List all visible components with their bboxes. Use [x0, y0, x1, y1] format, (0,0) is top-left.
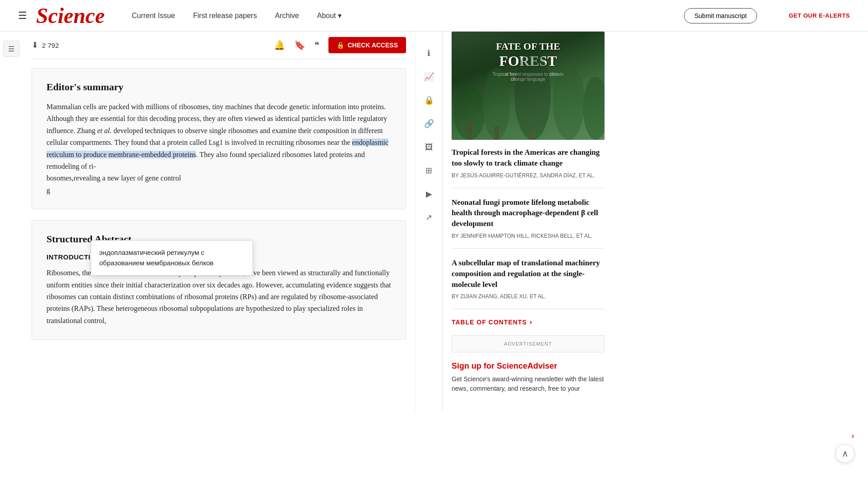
left-sidebar: ☰ — [0, 32, 23, 411]
tooltip-line2: образованием мембрановых белков — [99, 258, 245, 268]
lock-icon: 🔒 — [337, 42, 344, 49]
alerts-link[interactable]: GET OUR E-ALERTS — [789, 12, 850, 19]
introduction-text: Ribosomes, the universal molecular machi… — [46, 267, 391, 327]
article-content: ⬇ 2 792 🔔 🔖 ❝ 🔒 CHECK ACCESS Editor's su… — [23, 32, 415, 411]
article-link-2[interactable]: Neonatal fungi promote lifelong metaboli… — [452, 197, 605, 249]
info-icon[interactable]: ℹ — [421, 45, 437, 61]
article-toolbar: ⬇ 2 792 🔔 🔖 ❝ 🔒 CHECK ACCESS — [32, 32, 406, 59]
svg-point-3 — [553, 63, 585, 140]
image-icon[interactable]: 🖼 — [421, 139, 437, 155]
svg-rect-6 — [494, 126, 499, 140]
svg-rect-7 — [531, 129, 535, 140]
share-icon[interactable]: ↗ — [421, 209, 437, 226]
nav-current-issue[interactable]: Current Issue — [132, 12, 175, 20]
toc-sidebar-icon[interactable]: ☰ — [3, 41, 19, 57]
forest-image[interactable]: FATE OF THE FOREST Tropical forest respo… — [452, 32, 605, 140]
download-icon[interactable]: ⬇ — [32, 40, 38, 50]
article-title-3: A subcellular map of translational machi… — [452, 258, 605, 290]
article-title-2: Neonatal fungi promote lifelong metaboli… — [452, 197, 605, 229]
editors-summary-title: Editor's summary — [46, 81, 391, 93]
hamburger-menu[interactable]: ☰ — [18, 10, 27, 22]
far-right-panel: FATE OF THE FOREST Tropical forest respo… — [442, 32, 614, 411]
editors-summary-text: Mammalian cells are packed with millions… — [46, 101, 391, 196]
lock-sidebar-icon[interactable]: 🔒 — [421, 92, 437, 108]
nav-first-release[interactable]: First release papers — [193, 12, 257, 20]
chevron-right-icon: › — [530, 318, 532, 326]
play-icon[interactable]: ▶ — [421, 186, 437, 202]
nav-archive[interactable]: Archive — [275, 12, 299, 20]
scroll-to-top-button[interactable]: ∧ — [836, 444, 854, 463]
scienceadviser-section: Sign up for ScienceAdviser Get Science's… — [452, 361, 605, 393]
site-logo[interactable]: Science — [36, 3, 105, 28]
structured-abstract-section: Structured Abstract INTRODUCTION Ribosom… — [32, 220, 406, 340]
main-nav: Current Issue First release papers Archi… — [132, 8, 850, 23]
advertisement-label: ADVERTISEMENT — [452, 335, 605, 352]
translation-tooltip: эндоплазматический ретикулум с образован… — [91, 240, 253, 276]
table-of-contents-link[interactable]: TABLE OF CONTENTS › — [452, 318, 605, 326]
editors-summary-section: Editor's summary Mammalian cells are pac… — [32, 68, 406, 209]
article-sidebar: ℹ 📈 🔒 🔗 🖼 ⊞ ▶ ↗ — [415, 32, 442, 411]
submit-manuscript-button[interactable]: Submit manuscript — [684, 8, 757, 23]
svg-rect-5 — [467, 122, 472, 140]
toolbar-icons: 🔔 🔖 ❝ — [274, 40, 319, 51]
table-icon[interactable]: ⊞ — [421, 162, 437, 179]
scienceadviser-title[interactable]: Sign up for ScienceAdviser — [452, 361, 605, 371]
tooltip-line1: эндоплазматический ретикулум с — [99, 248, 245, 258]
article-authors-2: BY JENNIFER HAMPTON HILL, RICKESHA BELL,… — [452, 233, 605, 239]
notification-icon[interactable]: 🔔 — [274, 40, 285, 51]
scroll-indicator[interactable]: › — [851, 430, 854, 441]
chevron-up-icon: ∧ — [842, 448, 849, 459]
list-icon: ☰ — [8, 45, 14, 53]
article-link-1[interactable]: Tropical forests in the Americas are cha… — [452, 147, 605, 188]
scienceadviser-text: Get Science's award-winning newsletter w… — [452, 374, 605, 393]
svg-point-4 — [583, 77, 605, 140]
chevron-down-icon: ▾ — [338, 11, 342, 20]
check-access-button[interactable]: 🔒 CHECK ACCESS — [328, 37, 406, 53]
nav-about[interactable]: About ▾ — [317, 11, 342, 20]
link-icon[interactable]: 🔗 — [421, 116, 437, 132]
article-authors-1: BY JESÚS AGUIRRE-GUTIÉRREZ, SANDRA DÍAZ,… — [452, 172, 605, 179]
site-header: ☰ Science Current Issue First release pa… — [0, 0, 868, 32]
bookmark-icon[interactable]: 🔖 — [294, 40, 305, 51]
trending-icon[interactable]: 📈 — [421, 69, 437, 85]
svg-point-2 — [515, 50, 551, 140]
cite-icon[interactable]: ❝ — [314, 40, 319, 51]
article-authors-3: BY ZIJIAN ZHANG, ADELE XU, ET AL. — [452, 293, 605, 300]
article-link-3[interactable]: A subcellular map of translational machi… — [452, 258, 605, 309]
main-container: ☰ ⬇ 2 792 🔔 🔖 ❝ 🔒 CHECK ACCESS Editor's … — [0, 32, 868, 411]
download-count: 2 792 — [42, 42, 274, 49]
article-title-1: Tropical forests in the Americas are cha… — [452, 147, 605, 169]
